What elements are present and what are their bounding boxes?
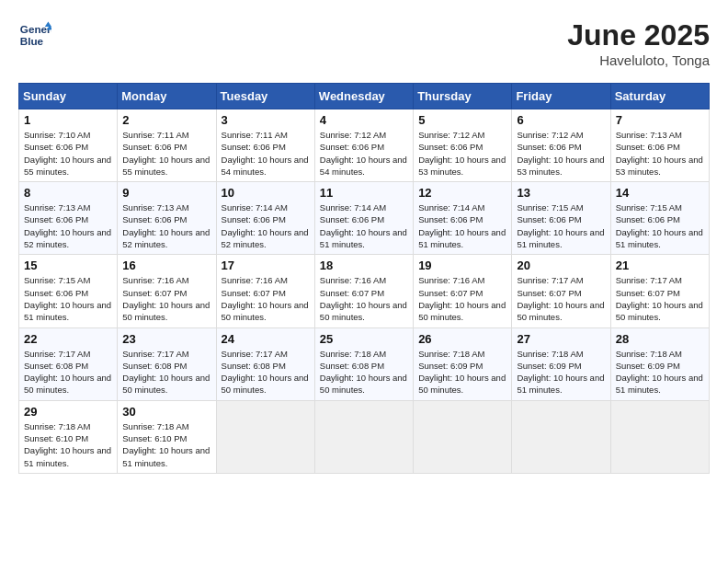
page-header: General Blue June 2025 Haveluloto, Tonga [18,18,710,68]
calendar-day-cell: 11Sunrise: 7:14 AMSunset: 6:06 PMDayligh… [314,182,413,255]
day-number: 7 [616,113,704,127]
calendar-day-cell [216,400,314,473]
calendar-week-row: 15Sunrise: 7:15 AMSunset: 6:06 PMDayligh… [19,255,710,327]
day-number: 21 [616,259,704,272]
weekday-header-friday: Friday [512,84,610,109]
day-info: Sunrise: 7:17 AMSunset: 6:08 PMDaylight:… [122,348,210,396]
calendar-day-cell: 2Sunrise: 7:11 AMSunset: 6:06 PMDaylight… [118,109,216,182]
calendar-day-cell: 9Sunrise: 7:13 AMSunset: 6:06 PMDaylight… [118,182,216,255]
day-info: Sunrise: 7:16 AMSunset: 6:07 PMDaylight:… [122,274,210,323]
logo: General Blue [18,18,51,52]
calendar-day-cell: 13Sunrise: 7:15 AMSunset: 6:06 PMDayligh… [512,182,610,255]
day-info: Sunrise: 7:14 AMSunset: 6:06 PMDaylight:… [222,201,310,250]
calendar-week-row: 8Sunrise: 7:13 AMSunset: 6:06 PMDaylight… [19,182,710,255]
calendar-day-cell: 16Sunrise: 7:16 AMSunset: 6:07 PMDayligh… [118,255,216,327]
day-info: Sunrise: 7:16 AMSunset: 6:07 PMDaylight:… [418,274,506,323]
calendar-table: SundayMondayTuesdayWednesdayThursdayFrid… [18,83,710,474]
day-info: Sunrise: 7:11 AMSunset: 6:06 PMDaylight:… [122,129,210,178]
day-info: Sunrise: 7:13 AMSunset: 6:06 PMDaylight:… [24,201,112,250]
day-info: Sunrise: 7:18 AMSunset: 6:09 PMDaylight:… [517,348,605,396]
calendar-day-cell: 29Sunrise: 7:18 AMSunset: 6:10 PMDayligh… [19,400,118,473]
calendar-day-cell [314,400,413,473]
calendar-day-cell: 7Sunrise: 7:13 AMSunset: 6:06 PMDaylight… [610,109,709,182]
weekday-header-sunday: Sunday [19,84,118,109]
calendar-day-cell: 12Sunrise: 7:14 AMSunset: 6:06 PMDayligh… [414,182,512,255]
day-info: Sunrise: 7:18 AMSunset: 6:09 PMDaylight:… [616,348,704,396]
calendar-day-cell: 20Sunrise: 7:17 AMSunset: 6:07 PMDayligh… [512,255,610,327]
calendar-day-cell: 24Sunrise: 7:17 AMSunset: 6:08 PMDayligh… [216,327,314,400]
month-title: June 2025 [567,18,710,52]
day-info: Sunrise: 7:16 AMSunset: 6:07 PMDaylight:… [320,274,408,323]
calendar-day-cell: 1Sunrise: 7:10 AMSunset: 6:06 PMDaylight… [19,109,118,182]
day-info: Sunrise: 7:10 AMSunset: 6:06 PMDaylight:… [24,129,112,178]
day-number: 5 [418,113,506,127]
day-number: 27 [517,332,605,346]
day-info: Sunrise: 7:18 AMSunset: 6:08 PMDaylight:… [320,348,408,396]
day-number: 15 [24,259,112,272]
calendar-day-cell: 3Sunrise: 7:11 AMSunset: 6:06 PMDaylight… [216,109,314,182]
day-info: Sunrise: 7:12 AMSunset: 6:06 PMDaylight:… [418,129,506,178]
day-info: Sunrise: 7:15 AMSunset: 6:06 PMDaylight:… [616,201,704,250]
day-number: 4 [320,113,408,127]
calendar-day-cell [512,400,610,473]
title-block: June 2025 Haveluloto, Tonga [567,18,710,68]
weekday-header-tuesday: Tuesday [216,84,314,109]
day-number: 19 [418,259,506,272]
calendar-day-cell: 27Sunrise: 7:18 AMSunset: 6:09 PMDayligh… [512,327,610,400]
day-number: 28 [616,332,704,346]
calendar-day-cell: 30Sunrise: 7:18 AMSunset: 6:10 PMDayligh… [118,400,216,473]
day-number: 2 [122,113,210,127]
day-number: 3 [222,113,310,127]
day-number: 14 [616,186,704,200]
day-number: 30 [122,405,210,419]
calendar-day-cell: 15Sunrise: 7:15 AMSunset: 6:06 PMDayligh… [19,255,118,327]
calendar-day-cell: 26Sunrise: 7:18 AMSunset: 6:09 PMDayligh… [414,327,512,400]
day-info: Sunrise: 7:17 AMSunset: 6:08 PMDaylight:… [24,348,112,396]
weekday-header-monday: Monday [118,84,216,109]
day-number: 16 [122,259,210,272]
day-info: Sunrise: 7:11 AMSunset: 6:06 PMDaylight:… [222,129,310,178]
location-title: Haveluloto, Tonga [567,52,710,68]
day-number: 20 [517,259,605,272]
day-info: Sunrise: 7:18 AMSunset: 6:10 PMDaylight:… [122,420,210,469]
day-number: 22 [24,332,112,346]
day-number: 25 [320,332,408,346]
weekday-header-saturday: Saturday [610,84,709,109]
day-number: 26 [418,332,506,346]
calendar-day-cell [610,400,709,473]
calendar-day-cell: 8Sunrise: 7:13 AMSunset: 6:06 PMDaylight… [19,182,118,255]
calendar-day-cell: 19Sunrise: 7:16 AMSunset: 6:07 PMDayligh… [414,255,512,327]
day-info: Sunrise: 7:15 AMSunset: 6:06 PMDaylight:… [517,201,605,250]
weekday-header-row: SundayMondayTuesdayWednesdayThursdayFrid… [19,84,710,109]
calendar-day-cell: 10Sunrise: 7:14 AMSunset: 6:06 PMDayligh… [216,182,314,255]
day-info: Sunrise: 7:12 AMSunset: 6:06 PMDaylight:… [320,129,408,178]
weekday-header-wednesday: Wednesday [314,84,413,109]
calendar-day-cell: 4Sunrise: 7:12 AMSunset: 6:06 PMDaylight… [314,109,413,182]
day-info: Sunrise: 7:14 AMSunset: 6:06 PMDaylight:… [418,201,506,250]
day-info: Sunrise: 7:13 AMSunset: 6:06 PMDaylight:… [616,129,704,178]
day-number: 18 [320,259,408,272]
day-number: 6 [517,113,605,127]
day-info: Sunrise: 7:17 AMSunset: 6:08 PMDaylight:… [222,348,310,396]
day-number: 1 [24,113,112,127]
calendar-day-cell: 21Sunrise: 7:17 AMSunset: 6:07 PMDayligh… [610,255,709,327]
calendar-day-cell: 17Sunrise: 7:16 AMSunset: 6:07 PMDayligh… [216,255,314,327]
calendar-day-cell: 5Sunrise: 7:12 AMSunset: 6:06 PMDaylight… [414,109,512,182]
day-number: 24 [222,332,310,346]
calendar-week-row: 1Sunrise: 7:10 AMSunset: 6:06 PMDaylight… [19,109,710,182]
day-number: 9 [122,186,210,200]
day-number: 17 [222,259,310,272]
day-number: 29 [24,405,112,419]
calendar-day-cell [414,400,512,473]
svg-text:Blue: Blue [20,35,44,47]
logo-icon: General Blue [18,18,51,52]
day-info: Sunrise: 7:18 AMSunset: 6:10 PMDaylight:… [24,420,112,469]
day-info: Sunrise: 7:17 AMSunset: 6:07 PMDaylight:… [517,274,605,323]
day-info: Sunrise: 7:13 AMSunset: 6:06 PMDaylight:… [122,201,210,250]
calendar-day-cell: 28Sunrise: 7:18 AMSunset: 6:09 PMDayligh… [610,327,709,400]
day-number: 23 [122,332,210,346]
day-number: 10 [222,186,310,200]
calendar-day-cell: 25Sunrise: 7:18 AMSunset: 6:08 PMDayligh… [314,327,413,400]
day-info: Sunrise: 7:14 AMSunset: 6:06 PMDaylight:… [320,201,408,250]
calendar-day-cell: 18Sunrise: 7:16 AMSunset: 6:07 PMDayligh… [314,255,413,327]
